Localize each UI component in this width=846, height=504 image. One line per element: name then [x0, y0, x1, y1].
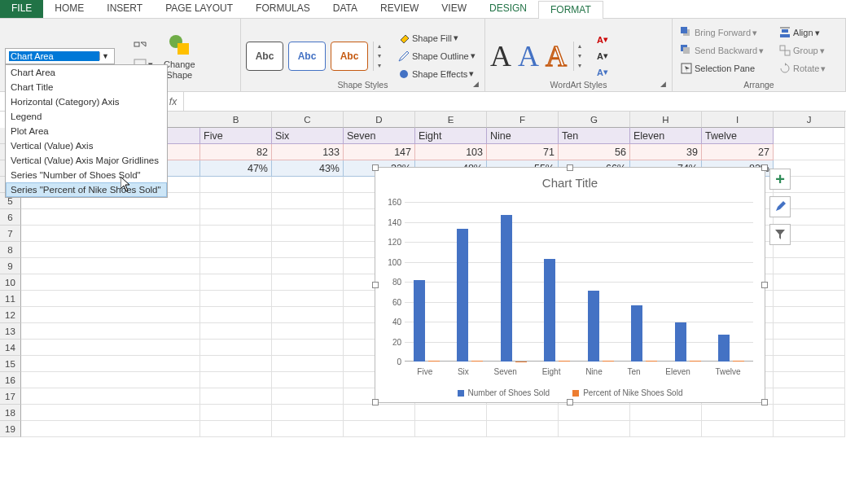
row-header-19[interactable]: 19 — [0, 421, 21, 437]
tab-file[interactable]: FILE — [0, 0, 43, 18]
resize-handle[interactable] — [567, 164, 573, 171]
shape-style-1[interactable]: Abc — [246, 42, 283, 71]
bar-s1[interactable] — [588, 291, 599, 362]
cell-e1[interactable]: Eight — [415, 128, 487, 144]
shape-outline-button[interactable]: Shape Outline ▾ — [394, 47, 479, 65]
dropdown-item-chart-title[interactable]: Chart Title — [6, 80, 167, 94]
chart-object[interactable]: Chart Title 020406080100120140160 FiveSi… — [375, 167, 765, 403]
cell-g1[interactable]: Ten — [559, 128, 630, 144]
cell-e2[interactable]: 103 — [415, 144, 487, 160]
row-header-11[interactable]: 11 — [0, 291, 21, 307]
row-header-16[interactable]: 16 — [0, 372, 21, 388]
wordart-more[interactable]: ▴▾▾ — [573, 42, 585, 71]
cell-h2[interactable]: 39 — [630, 144, 702, 160]
row-header-14[interactable]: 14 — [0, 340, 21, 356]
wordart-style-1[interactable]: A — [490, 39, 511, 73]
tab-page-layout[interactable]: PAGE LAYOUT — [154, 0, 244, 18]
bar-s2[interactable] — [559, 361, 570, 362]
chevron-down-icon[interactable]: ▼ — [99, 52, 111, 60]
bar-s1[interactable] — [718, 335, 730, 362]
dropdown-item-series-number[interactable]: Series "Number of Shoes Sold" — [6, 168, 167, 182]
shapes-gallery-row[interactable] — [131, 39, 156, 55]
bar-s1[interactable] — [631, 305, 642, 362]
shape-style-3[interactable]: Abc — [331, 42, 368, 71]
cell-g2[interactable]: 56 — [559, 144, 630, 160]
bar-s2[interactable] — [471, 361, 483, 362]
bar-s1[interactable] — [501, 215, 512, 362]
col-header-e[interactable]: E — [415, 112, 487, 128]
tab-home[interactable]: HOME — [43, 0, 95, 18]
dropdown-item-vert-axis[interactable]: Vertical (Value) Axis — [6, 138, 167, 153]
text-effects-button[interactable]: A ▾ — [591, 65, 614, 80]
cell-h1[interactable]: Eleven — [630, 128, 702, 144]
tab-format[interactable]: FORMAT — [538, 1, 603, 19]
col-header-g[interactable]: G — [559, 112, 630, 128]
dropdown-item-vert-gridlines[interactable]: Vertical (Value) Axis Major Gridlines — [6, 153, 167, 168]
x-axis[interactable]: FiveSixSevenEightNineTenElevenTwelve — [405, 367, 753, 376]
dropdown-item-plot-area[interactable]: Plot Area — [6, 124, 167, 138]
bar-s2[interactable] — [690, 361, 701, 362]
group-button[interactable]: Group ▾ — [776, 42, 828, 59]
col-header-h[interactable]: H — [630, 112, 702, 128]
wordart-gallery[interactable]: A A A ▴▾▾ — [490, 39, 585, 73]
chart-bars[interactable] — [405, 202, 753, 362]
chart-styles-button[interactable] — [769, 196, 791, 217]
bar-s2[interactable] — [646, 361, 657, 362]
bar-s2[interactable] — [428, 361, 440, 362]
row-header-12[interactable]: 12 — [0, 307, 21, 323]
tab-data[interactable]: DATA — [322, 0, 369, 18]
chart-element-selector[interactable]: Chart Area ▼ — [5, 48, 115, 64]
shape-fill-button[interactable]: Shape Fill ▾ — [394, 29, 479, 47]
dropdown-item-horiz-axis[interactable]: Horizontal (Category) Axis — [6, 94, 167, 109]
row-header-15[interactable]: 15 — [0, 356, 21, 372]
row-header-7[interactable]: 7 — [0, 226, 21, 242]
col-header-b[interactable]: B — [200, 112, 272, 128]
tab-design[interactable]: DESIGN — [478, 0, 538, 18]
cell-b2[interactable]: 82 — [200, 144, 272, 160]
resize-handle[interactable] — [372, 399, 379, 405]
chart-title[interactable]: Chart Title — [375, 168, 765, 193]
cell-f2[interactable]: 71 — [487, 144, 559, 160]
col-header-j[interactable]: J — [774, 112, 845, 128]
rotate-button[interactable]: Rotate ▾ — [776, 59, 828, 77]
tab-review[interactable]: REVIEW — [369, 0, 430, 18]
shape-styles-launcher[interactable]: ◢ — [473, 80, 483, 90]
chart-legend[interactable]: Number of Shoes Sold Percent of Nike Sho… — [375, 388, 765, 397]
col-header-f[interactable]: F — [487, 112, 559, 128]
plot-area[interactable]: 020406080100120140160 — [405, 202, 753, 362]
cell-c1[interactable]: Six — [272, 128, 344, 144]
bar-s1[interactable] — [544, 259, 555, 362]
wordart-launcher[interactable]: ◢ — [660, 80, 670, 90]
col-header-d[interactable]: D — [344, 112, 415, 128]
bar-s1[interactable] — [675, 322, 686, 362]
dropdown-item-series-percent[interactable]: Series "Percent of Nike Shoes Sold" — [6, 182, 167, 197]
col-header-i[interactable]: I — [702, 112, 774, 128]
cell-d2[interactable]: 147 — [344, 144, 415, 160]
bar-s1[interactable] — [414, 280, 425, 362]
shape-style-more[interactable]: ▴▾▾ — [373, 42, 384, 71]
dropdown-item-chart-area[interactable]: Chart Area — [6, 65, 167, 80]
wordart-style-3[interactable]: A — [546, 39, 567, 73]
dropdown-item-legend[interactable]: Legend — [6, 109, 167, 124]
cell-b1[interactable]: Five — [200, 128, 272, 144]
tab-formulas[interactable]: FORMULAS — [244, 0, 322, 18]
bar-s2[interactable] — [603, 361, 614, 362]
cell-c2[interactable]: 133 — [272, 144, 344, 160]
cell-b3[interactable]: 47% — [200, 160, 272, 177]
chart-elements-button[interactable]: + — [769, 169, 791, 190]
tab-insert[interactable]: INSERT — [95, 0, 154, 18]
col-header-c[interactable]: C — [272, 112, 344, 128]
tab-view[interactable]: VIEW — [430, 0, 478, 18]
row-header-9[interactable]: 9 — [0, 258, 21, 274]
cell-i1[interactable]: Twelve — [702, 128, 774, 144]
row-header-10[interactable]: 10 — [0, 274, 21, 291]
row-header-8[interactable]: 8 — [0, 242, 21, 258]
row-header-18[interactable]: 18 — [0, 405, 21, 421]
cell-d1[interactable]: Seven — [344, 128, 415, 144]
resize-handle[interactable] — [372, 282, 379, 288]
text-outline-button[interactable]: A ▾ — [591, 49, 614, 64]
cell-f1[interactable]: Nine — [487, 128, 559, 144]
resize-handle[interactable] — [761, 399, 768, 405]
bar-s1[interactable] — [457, 229, 468, 362]
row-header-6[interactable]: 6 — [0, 209, 21, 226]
